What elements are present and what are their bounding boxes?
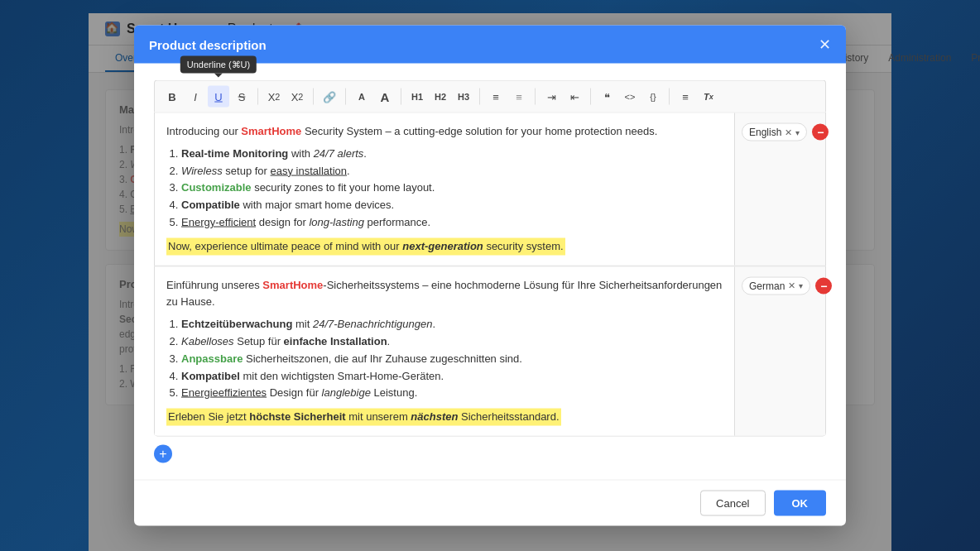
english-list-item-2: Wireless setup for easy installation. (181, 162, 723, 180)
unordered-list-button[interactable]: ≡ (508, 86, 530, 108)
german-intro-line: Einführung unseres SmartHome-Sicherheits… (166, 276, 723, 311)
german-list-item-1: Echtzeitüberwachung mit 24/7-Benachricht… (181, 316, 723, 333)
add-language-button[interactable]: + (154, 444, 172, 462)
english-editor-sidebar: English ✕ ▾ − (734, 113, 825, 266)
modal-footer: Cancel OK (134, 479, 846, 525)
ordered-list-button[interactable]: ≡ (485, 86, 507, 108)
english-lang-label: English (749, 127, 781, 138)
add-language-area: + (154, 444, 826, 462)
toolbar-sep-7 (590, 89, 591, 105)
english-list-item-4: Compatible with major smart home devices… (181, 197, 723, 214)
english-list: Real-time Monitoring with 24/7 alerts. W… (181, 145, 723, 231)
modal-title: Product description (149, 37, 267, 51)
toolbar-sep-3 (345, 89, 346, 105)
german-list: Echtzeitüberwachung mit 24/7-Benachricht… (181, 316, 723, 402)
german-lang-clear[interactable]: ✕ (788, 280, 795, 291)
german-list-item-4: Kompatibel mit den wichtigsten Smart-Hom… (181, 367, 723, 385)
font-size-small-button[interactable]: A (351, 86, 372, 108)
code-button[interactable]: <> (619, 86, 641, 108)
english-list-item-1: Real-time Monitoring with 24/7 alerts. (181, 145, 723, 162)
close-button[interactable]: ✕ (819, 37, 831, 52)
product-description-modal: Product description ✕ B I U Underline (⌘… (134, 26, 846, 526)
code-block-button[interactable]: {} (642, 86, 664, 108)
german-editor-content[interactable]: Einführung unseres SmartHome-Sicherheits… (155, 266, 734, 435)
toolbar-sep-1 (257, 89, 258, 105)
blockquote-button[interactable]: ❝ (596, 86, 617, 108)
english-intro-line: Introducing our SmartHome Security Syste… (166, 123, 723, 141)
modal-body: B I U Underline (⌘U) S X2 X2 🔗 A A H1 H2… (134, 64, 846, 480)
indent-left-button[interactable]: ⇤ (564, 86, 585, 108)
subscript-button[interactable]: X2 (263, 86, 285, 108)
english-remove-button[interactable]: − (812, 124, 829, 141)
german-lang-badge[interactable]: German ✕ ▾ (742, 276, 810, 295)
english-highlight-line: Now, experience ultimate peace of mind w… (166, 237, 565, 255)
clear-format-button[interactable]: Tx (698, 86, 719, 108)
indent-right-button[interactable]: ⇥ (540, 86, 562, 108)
editor-toolbar: B I U Underline (⌘U) S X2 X2 🔗 A A H1 H2… (154, 80, 826, 113)
bold-button[interactable]: B (161, 86, 183, 108)
underline-button[interactable]: U Underline (⌘U) (208, 86, 229, 108)
german-remove-button[interactable]: − (815, 277, 832, 294)
strikethrough-button[interactable]: S (231, 86, 252, 108)
english-list-item-3: Customizable security zones to fit your … (181, 180, 723, 197)
german-lang-arrow[interactable]: ▾ (799, 281, 803, 290)
h2-button[interactable]: H2 (430, 86, 451, 108)
german-editor-sidebar: German ✕ ▾ − (734, 266, 825, 435)
english-list-item-5: Energy-efficient design for long-lasting… (181, 214, 723, 232)
german-editor-panel: Einführung unseres SmartHome-Sicherheits… (154, 266, 826, 436)
align-button[interactable]: ≡ (675, 86, 696, 108)
h3-button[interactable]: H3 (453, 86, 474, 108)
h1-button[interactable]: H1 (406, 86, 428, 108)
english-editor-content[interactable]: Introducing our SmartHome Security Syste… (155, 113, 734, 266)
toolbar-sep-8 (669, 89, 670, 105)
english-lang-clear[interactable]: ✕ (785, 127, 792, 137)
english-editor-panel: Introducing our SmartHome Security Syste… (154, 113, 826, 266)
italic-button[interactable]: I (185, 86, 206, 108)
german-list-item-5: Energieeffizientes Design für langlebige… (181, 385, 723, 402)
toolbar-sep-6 (535, 89, 536, 105)
english-lang-badge[interactable]: English ✕ ▾ (742, 123, 807, 141)
toolbar-sep-5 (479, 89, 480, 105)
german-list-item-3: Anpassbare Sicherheitszonen, die auf Ihr… (181, 350, 723, 367)
german-lang-controls: German ✕ ▾ − (742, 276, 832, 295)
font-size-large-button[interactable]: A (374, 86, 396, 108)
cancel-button[interactable]: Cancel (700, 490, 765, 515)
german-list-item-2: Kabelloses Setup für einfache Installati… (181, 333, 723, 350)
english-lang-arrow[interactable]: ▾ (795, 127, 800, 137)
link-button[interactable]: 🔗 (319, 86, 340, 108)
editor-panels: Introducing our SmartHome Security Syste… (154, 113, 826, 437)
superscript-button[interactable]: X2 (286, 86, 308, 108)
german-highlight-line: Erleben Sie jetzt höchste Sicherheit mit… (166, 409, 561, 426)
german-lang-label: German (749, 280, 785, 291)
underline-tooltip: Underline (⌘U) (180, 56, 257, 74)
toolbar-sep-2 (313, 89, 314, 105)
english-lang-controls: English ✕ ▾ − (742, 123, 829, 141)
ok-button[interactable]: OK (774, 490, 827, 515)
toolbar-sep-4 (401, 89, 401, 105)
